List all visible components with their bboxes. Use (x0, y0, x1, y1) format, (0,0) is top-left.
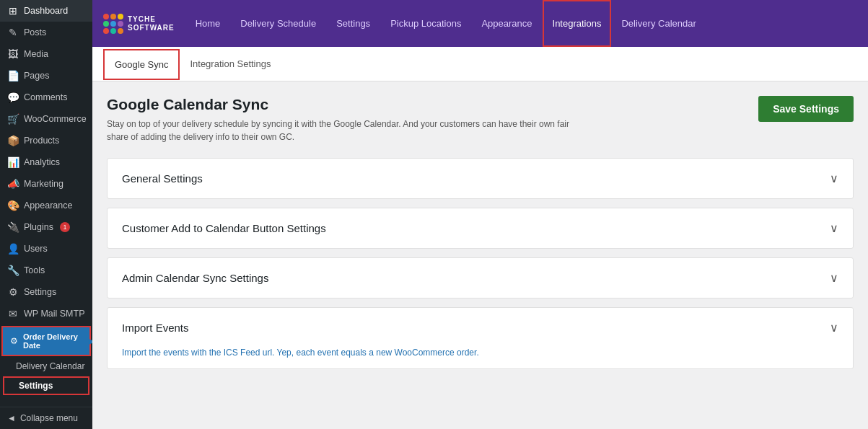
comments-icon: 💬 (7, 92, 19, 103)
sidebar-item-appearance[interactable]: 🎨 Appearance (0, 195, 92, 216)
sidebar-item-users[interactable]: 👤 Users (0, 238, 92, 260)
accordion-header-admin[interactable]: Admin Calendar Sync Settings ∨ (108, 258, 853, 298)
logo-dot-8 (110, 28, 116, 34)
sidebar-item-comments[interactable]: 💬 Comments (0, 87, 92, 108)
sidebar-item-order-delivery[interactable]: ⚙ Order Delivery Date ► (1, 326, 91, 356)
page-title: Google Calendar Sync (107, 96, 576, 113)
sidebar-item-dashboard[interactable]: ⊞ Dashboard (0, 0, 92, 22)
logo-dot-2 (110, 14, 116, 19)
content-area: Google Sync Integration Settings Google … (92, 47, 868, 429)
accordion-general-settings: General Settings ∨ (107, 158, 854, 199)
import-description: Import the events with the ICS Feed url.… (108, 348, 853, 368)
sidebar-item-label: Posts (24, 27, 46, 37)
wpmail-icon: ✉ (7, 308, 19, 319)
accordion-title-import: Import Events (122, 322, 189, 334)
posts-icon: ✎ (7, 27, 19, 38)
sidebar-item-analytics[interactable]: 📊 Analytics (0, 151, 92, 173)
logo-dot-4 (103, 21, 109, 27)
nav-integrations[interactable]: Integrations (543, 0, 612, 47)
logo-dot-9 (118, 28, 123, 34)
logo-area: TYCHE SOFTWARE (92, 14, 185, 34)
tools-icon: 🔧 (7, 265, 19, 276)
sidebar-item-tools[interactable]: 🔧 Tools (0, 260, 92, 281)
settings-icon: ⚙ (7, 286, 19, 298)
sidebar-sub-label: Settings (19, 381, 53, 391)
sidebar-item-label: WP Mail SMTP (24, 309, 85, 319)
logo-dot-3 (118, 14, 123, 19)
sidebar-item-posts[interactable]: ✎ Posts (0, 22, 92, 43)
accordion-admin-calendar: Admin Calendar Sync Settings ∨ (107, 257, 854, 298)
logo-dot-7 (103, 28, 109, 34)
nav-pickup-locations[interactable]: Pickup Locations (380, 0, 471, 47)
sidebar: ⊞ Dashboard ✎ Posts 🖼 Media 📄 Pages 💬 Co… (0, 0, 92, 429)
logo-dots (103, 14, 123, 34)
sidebar-item-label: Dashboard (24, 6, 68, 16)
tab-google-sync[interactable]: Google Sync (103, 49, 180, 80)
marketing-icon: 📣 (7, 178, 19, 190)
media-icon: 🖼 (7, 48, 19, 60)
plugins-badge: 1 (60, 222, 70, 232)
page-description: Stay on top of your delivery schedule by… (107, 118, 576, 143)
sidebar-item-label: Order Delivery Date (23, 332, 82, 350)
nav-settings[interactable]: Settings (326, 0, 380, 47)
tab-integration-settings[interactable]: Integration Settings (180, 50, 281, 79)
sidebar-item-products[interactable]: 📦 Products (0, 130, 92, 151)
sidebar-item-label: Tools (24, 265, 45, 275)
sidebar-item-settings[interactable]: ⚙ Settings (0, 281, 92, 303)
chevron-down-icon-4: ∨ (830, 321, 838, 335)
pages-icon: 📄 (7, 70, 19, 81)
collapse-icon: ◄ (7, 413, 16, 423)
accordion-title-general: General Settings (122, 172, 203, 185)
sidebar-item-label: Plugins (24, 222, 53, 232)
sidebar-item-label: Pages (24, 71, 49, 81)
nav-appearance[interactable]: Appearance (471, 0, 542, 47)
sidebar-item-label: Media (24, 49, 48, 59)
nav-delivery-schedule[interactable]: Delivery Schedule (230, 0, 326, 47)
dashboard-icon: ⊞ (7, 5, 19, 17)
woocommerce-icon: 🛒 (7, 113, 19, 125)
sidebar-item-label: Products (24, 136, 59, 146)
sidebar-item-label: Marketing (24, 179, 63, 189)
content-body: Google Calendar Sync Stay on top of your… (92, 81, 868, 392)
nav-delivery-calendar[interactable]: Delivery Calendar (611, 0, 706, 47)
users-icon: 👤 (7, 243, 19, 255)
logo-dot-5 (110, 21, 116, 27)
page-header: Google Calendar Sync Stay on top of your… (107, 96, 854, 143)
nav-items: Home Delivery Schedule Settings Pickup L… (185, 0, 868, 47)
sidebar-item-pages[interactable]: 📄 Pages (0, 65, 92, 87)
sidebar-item-plugins[interactable]: 🔌 Plugins 1 (0, 216, 92, 238)
main-content: TYCHE SOFTWARE Home Delivery Schedule Se… (92, 0, 868, 429)
sidebar-sub-label: Delivery Calendar (16, 361, 84, 371)
collapse-label: Collapse menu (20, 413, 78, 423)
plugins-icon: 🔌 (7, 221, 19, 233)
accordion-customer-calendar: Customer Add to Calendar Button Settings… (107, 208, 854, 249)
save-settings-button[interactable]: Save Settings (758, 96, 854, 122)
chevron-down-icon: ∨ (830, 172, 838, 185)
accordion-title-customer: Customer Add to Calendar Button Settings (122, 222, 326, 234)
logo-dot-1 (103, 14, 109, 19)
products-icon: 📦 (7, 135, 19, 146)
analytics-icon: 📊 (7, 156, 19, 168)
logo-dot-6 (118, 21, 123, 27)
sidebar-item-label: Appearance (24, 200, 72, 211)
sidebar-item-label: Analytics (24, 157, 60, 167)
sidebar-item-label: Settings (24, 287, 56, 297)
sidebar-item-wpmail[interactable]: ✉ WP Mail SMTP (0, 303, 92, 324)
appearance-icon: 🎨 (7, 200, 19, 211)
sidebar-item-marketing[interactable]: 📣 Marketing (0, 173, 92, 195)
accordion-header-general[interactable]: General Settings ∨ (108, 159, 853, 198)
accordion-header-customer[interactable]: Customer Add to Calendar Button Settings… (108, 208, 853, 248)
sidebar-item-label: Comments (24, 92, 67, 102)
sidebar-item-label: Users (24, 244, 48, 254)
nav-home[interactable]: Home (185, 0, 231, 47)
collapse-menu[interactable]: ◄ Collapse menu (0, 407, 92, 429)
sidebar-sub-settings[interactable]: Settings (3, 376, 89, 395)
sidebar-sub-delivery-calendar[interactable]: Delivery Calendar (0, 358, 92, 375)
top-navigation: TYCHE SOFTWARE Home Delivery Schedule Se… (92, 0, 868, 47)
order-delivery-icon: ⚙ (10, 336, 18, 346)
accordion-header-import[interactable]: Import Events ∨ (108, 308, 853, 348)
sidebar-item-media[interactable]: 🖼 Media (0, 43, 92, 65)
subtabs-bar: Google Sync Integration Settings (92, 47, 868, 81)
page-header-text: Google Calendar Sync Stay on top of your… (107, 96, 576, 143)
sidebar-item-woocommerce[interactable]: 🛒 WooCommerce (0, 108, 92, 130)
